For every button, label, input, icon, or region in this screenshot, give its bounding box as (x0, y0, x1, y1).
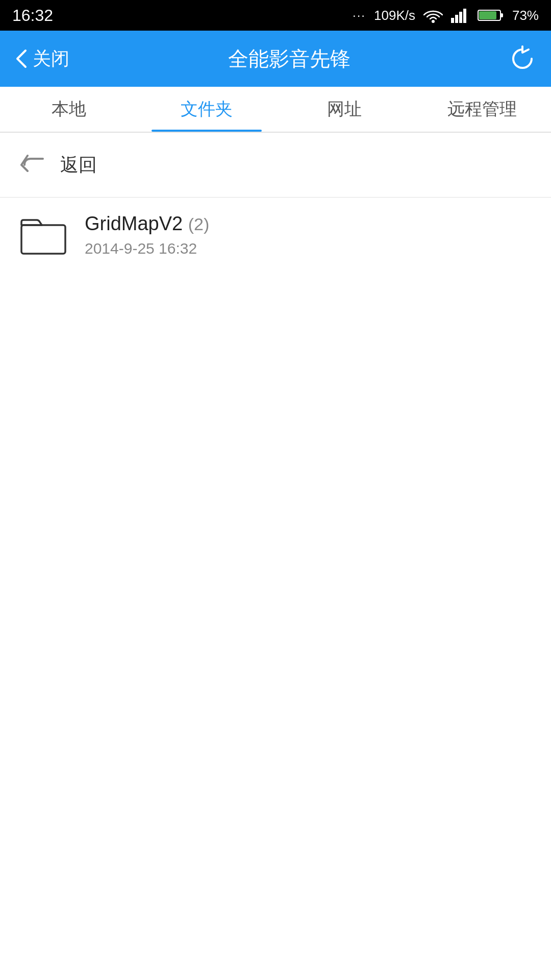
status-time: 16:32 (12, 6, 53, 25)
svg-rect-3 (459, 12, 462, 23)
content-area: 返回 GridMapV2 (2) 2014-9-25 16:32 (0, 133, 551, 273)
folder-icon (20, 215, 66, 256)
tabs: 本地 文件夹 网址 远程管理 (0, 87, 551, 133)
svg-rect-1 (451, 18, 454, 23)
svg-rect-8 (21, 225, 65, 254)
status-bar: 16:32 ··· 109K/s (0, 0, 551, 31)
list-item[interactable]: GridMapV2 (2) 2014-9-25 16:32 (0, 198, 551, 273)
svg-rect-4 (463, 9, 466, 23)
signal-icon (451, 8, 469, 23)
svg-point-0 (432, 20, 435, 23)
back-row-label: 返回 (60, 153, 97, 178)
tab-local[interactable]: 本地 (0, 87, 138, 132)
wifi-icon (423, 8, 443, 23)
svg-rect-7 (479, 11, 496, 19)
tab-folder[interactable]: 文件夹 (138, 87, 276, 132)
back-button[interactable]: 关闭 (15, 46, 69, 71)
back-row[interactable]: 返回 (0, 133, 551, 197)
status-right: ··· 109K/s (353, 8, 539, 23)
app-title: 全能影音先锋 (69, 45, 509, 73)
file-name: GridMapV2 (2) (85, 213, 209, 235)
battery-percentage: 73% (512, 8, 539, 23)
file-info: GridMapV2 (2) 2014-9-25 16:32 (85, 213, 209, 257)
dots-icon: ··· (353, 8, 366, 22)
file-count: (2) (188, 214, 210, 234)
svg-rect-6 (500, 13, 503, 17)
app-bar: 关闭 全能影音先锋 (0, 31, 551, 87)
file-date: 2014-9-25 16:32 (85, 240, 209, 257)
status-speed: 109K/s (374, 8, 415, 23)
battery-icon (478, 9, 504, 22)
back-label: 关闭 (33, 46, 69, 71)
tab-url[interactable]: 网址 (276, 87, 413, 132)
tab-remote[interactable]: 远程管理 (413, 87, 551, 132)
svg-rect-2 (455, 15, 458, 23)
back-arrow-icon (20, 151, 48, 179)
refresh-button[interactable] (509, 45, 536, 72)
